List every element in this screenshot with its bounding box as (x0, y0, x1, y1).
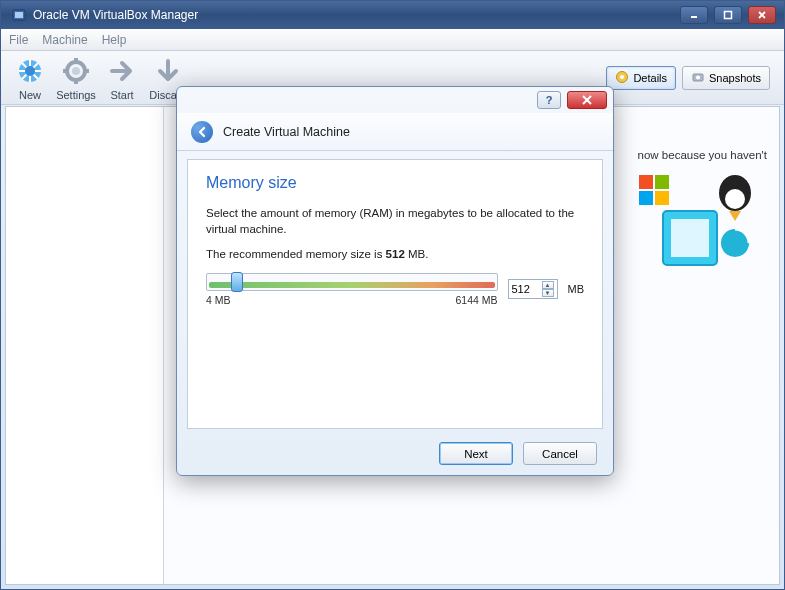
menu-help[interactable]: Help (102, 33, 127, 47)
maximize-button[interactable] (714, 6, 742, 24)
memory-description: Select the amount of memory (RAM) in meg… (206, 206, 584, 237)
spin-down[interactable]: ▼ (542, 289, 554, 297)
dialog-titlebar: ? (177, 87, 613, 113)
dialog-help-button[interactable]: ? (537, 91, 561, 109)
toolbar-settings[interactable]: Settings (53, 55, 99, 101)
settings-icon (60, 55, 92, 87)
back-button[interactable] (191, 121, 213, 143)
svg-rect-16 (63, 69, 68, 73)
toolbar-new[interactable]: New (7, 55, 53, 101)
start-icon (106, 55, 138, 87)
svg-rect-22 (639, 175, 653, 189)
svg-rect-17 (84, 69, 89, 73)
snapshots-label: Snapshots (709, 72, 761, 84)
toolbar-new-label: New (7, 89, 53, 101)
welcome-hint-fragment: now because you haven't (638, 149, 767, 161)
dialog-title: Create Virtual Machine (223, 125, 350, 139)
svg-rect-25 (655, 191, 669, 205)
memory-unit: MB (568, 283, 585, 295)
svg-marker-28 (729, 211, 741, 221)
svg-point-27 (725, 189, 745, 209)
section-title: Memory size (206, 174, 584, 192)
create-vm-dialog: ? Create Virtual Machine Memory size Sel… (176, 86, 614, 476)
toolbar-start[interactable]: Start (99, 55, 145, 101)
dialog-footer: Next Cancel (439, 442, 597, 465)
menu-file[interactable]: File (9, 33, 28, 47)
memory-slider-row: 4 MB 6144 MB ▲ ▼ MB (206, 273, 584, 306)
vm-list-sidebar[interactable] (6, 107, 164, 584)
next-button[interactable]: Next (439, 442, 513, 465)
window-title: Oracle VM VirtualBox Manager (33, 8, 680, 22)
memory-recommendation: The recommended memory size is 512 MB. (206, 247, 584, 263)
snapshots-icon (691, 70, 705, 86)
memory-spinbox[interactable]: ▲ ▼ (508, 279, 558, 299)
recommend-suffix: MB. (405, 248, 429, 260)
svg-rect-24 (639, 191, 653, 205)
svg-rect-3 (725, 12, 732, 19)
recommend-value: 512 (386, 248, 405, 260)
memory-value-input[interactable] (512, 283, 542, 295)
svg-point-13 (72, 67, 80, 75)
menubar: File Machine Help (1, 29, 784, 51)
memory-slider-wrap: 4 MB 6144 MB (206, 273, 498, 306)
svg-rect-1 (15, 12, 23, 18)
svg-point-11 (25, 66, 35, 76)
svg-rect-23 (655, 175, 669, 189)
cancel-button[interactable]: Cancel (523, 442, 597, 465)
dialog-close-button[interactable] (567, 91, 607, 109)
svg-rect-15 (74, 79, 78, 84)
details-label: Details (633, 72, 667, 84)
window-buttons (680, 6, 776, 24)
slider-thumb[interactable] (231, 272, 243, 292)
discard-icon (152, 55, 184, 87)
dialog-header: Create Virtual Machine (177, 113, 613, 151)
spin-up[interactable]: ▲ (542, 281, 554, 289)
recommend-prefix: The recommended memory size is (206, 248, 386, 260)
menu-machine[interactable]: Machine (42, 33, 87, 47)
svg-rect-30 (671, 219, 709, 257)
svg-rect-14 (74, 58, 78, 63)
titlebar: Oracle VM VirtualBox Manager (1, 1, 784, 29)
memory-slider[interactable] (206, 273, 498, 291)
details-tab[interactable]: Details (606, 66, 676, 90)
new-icon (14, 55, 46, 87)
minimize-button[interactable] (680, 6, 708, 24)
slider-max-label: 6144 MB (455, 294, 497, 306)
svg-point-21 (696, 75, 700, 79)
close-button[interactable] (748, 6, 776, 24)
svg-point-19 (620, 75, 624, 79)
snapshots-tab[interactable]: Snapshots (682, 66, 770, 90)
os-logos-graphic (631, 167, 761, 297)
app-icon (11, 7, 27, 23)
dialog-body: Memory size Select the amount of memory … (187, 159, 603, 429)
toolbar-settings-label: Settings (53, 89, 99, 101)
slider-gradient (209, 282, 495, 288)
slider-min-label: 4 MB (206, 294, 231, 306)
details-icon (615, 70, 629, 86)
toolbar-start-label: Start (99, 89, 145, 101)
